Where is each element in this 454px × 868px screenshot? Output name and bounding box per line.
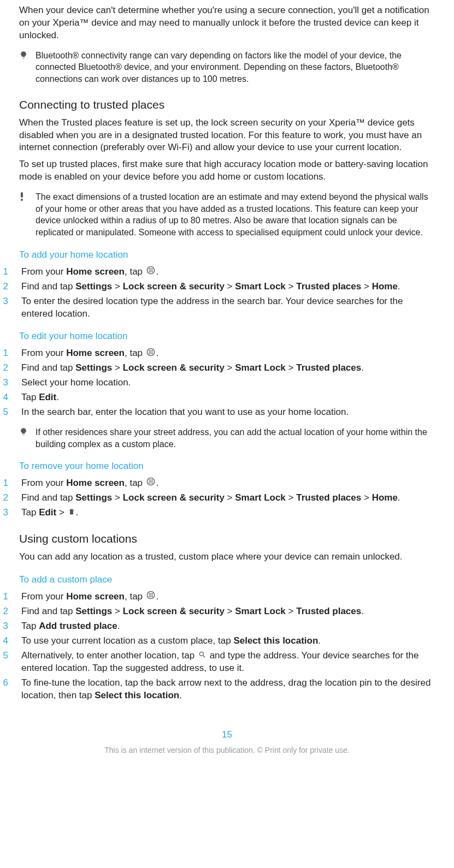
tip-icon: [19, 50, 36, 60]
svg-point-29: [25, 429, 26, 430]
svg-point-8: [150, 268, 151, 269]
warning-text: The exact dimensions of a trusted locati…: [36, 191, 435, 238]
apps-icon: [146, 591, 155, 603]
heading-add-home: To add your home location: [19, 249, 435, 260]
tip-icon: [19, 426, 36, 436]
apps-icon: [146, 266, 155, 278]
svg-point-15: [151, 271, 152, 272]
svg-point-28: [21, 429, 22, 430]
svg-rect-4: [21, 192, 23, 198]
trusted-places-p2: To set up trusted places, first make sur…: [19, 158, 435, 183]
svg-point-23: [149, 353, 150, 354]
svg-point-21: [150, 352, 151, 353]
svg-point-18: [150, 350, 151, 351]
step: From your Home screen, tap .: [8, 266, 435, 278]
svg-point-32: [150, 480, 151, 481]
steps-add-custom: From your Home screen, tap . Find and ta…: [8, 591, 435, 702]
svg-point-45: [150, 594, 151, 596]
svg-point-1: [26, 54, 26, 55]
steps-edit-home: From your Home screen, tap . Find and ta…: [8, 347, 435, 419]
svg-point-46: [151, 594, 152, 596]
svg-point-42: [150, 593, 151, 594]
svg-point-9: [151, 268, 152, 269]
warning-icon: [19, 191, 36, 201]
svg-point-20: [149, 352, 150, 353]
custom-text: You can add any location as a trusted, c…: [19, 551, 435, 563]
heading-edit-home: To edit your home location: [19, 331, 435, 342]
svg-point-31: [149, 480, 150, 481]
step: From your Home screen, tap .: [8, 477, 435, 490]
steps-add-home: From your Home screen, tap . Find and ta…: [8, 266, 435, 320]
svg-point-34: [149, 481, 150, 482]
svg-point-13: [149, 271, 150, 272]
svg-point-26: [21, 431, 21, 431]
svg-point-38: [150, 483, 151, 484]
svg-point-17: [149, 350, 150, 351]
step: Find and tap Settings > Lock screen & se…: [8, 362, 435, 374]
svg-point-35: [150, 481, 151, 482]
step: From your Home screen, tap .: [8, 347, 435, 360]
svg-point-0: [21, 54, 21, 55]
intro-text: When your device can't determine whether…: [19, 4, 435, 42]
step: To enter the desired location type the a…: [8, 295, 435, 320]
step: Find and tap Settings > Lock screen & se…: [8, 492, 435, 504]
svg-point-48: [150, 596, 151, 597]
trusted-places-p1: When the Trusted places feature is set u…: [19, 117, 435, 154]
step: In the search bar, enter the location th…: [8, 406, 435, 419]
step: To use your current location as a custom…: [8, 635, 435, 647]
svg-point-3: [25, 52, 26, 52]
step: Select your home location.: [8, 377, 435, 389]
svg-point-5: [21, 199, 23, 201]
svg-point-44: [149, 594, 150, 596]
step: Find and tap Settings > Lock screen & se…: [8, 605, 435, 618]
svg-point-11: [150, 270, 151, 271]
svg-point-41: [149, 593, 150, 594]
svg-point-49: [151, 596, 152, 597]
heading-trusted-places: Connecting to trusted places: [19, 98, 435, 111]
svg-point-50: [199, 652, 203, 656]
step: Tap Add trusted place.: [8, 620, 435, 633]
heading-remove-home: To remove your home location: [19, 461, 435, 472]
svg-point-37: [149, 483, 150, 484]
svg-point-22: [151, 352, 152, 353]
svg-point-43: [151, 593, 152, 594]
page-number: 15: [19, 729, 435, 740]
svg-point-33: [151, 480, 152, 481]
svg-point-10: [149, 270, 150, 271]
tip-residences-text: If other residences share your street ad…: [36, 426, 435, 450]
steps-remove-home: From your Home screen, tap . Find and ta…: [8, 477, 435, 519]
apps-icon: [146, 348, 155, 360]
svg-point-2: [21, 52, 22, 52]
step: From your Home screen, tap .: [8, 591, 435, 603]
svg-point-24: [150, 353, 151, 354]
svg-point-39: [151, 483, 152, 484]
step: Find and tap Settings > Lock screen & se…: [8, 281, 435, 293]
tip-residences-row: If other residences share your street ad…: [19, 426, 435, 450]
footer-text: This is an internet version of this publ…: [19, 746, 435, 765]
svg-point-12: [151, 270, 152, 271]
step: Tap Edit > .: [8, 507, 435, 519]
step: To fine-tune the location, tap the back …: [8, 677, 435, 702]
svg-point-7: [149, 268, 150, 269]
step: Tap Edit.: [8, 391, 435, 404]
apps-icon: [146, 477, 155, 490]
svg-point-27: [26, 431, 26, 431]
svg-point-14: [150, 271, 151, 272]
heading-add-custom: To add a custom place: [19, 574, 435, 585]
svg-point-25: [151, 353, 152, 354]
heading-custom: Using custom locations: [19, 532, 435, 545]
page-content: When your device can't determine whether…: [0, 4, 454, 776]
warning-row: The exact dimensions of a trusted locati…: [19, 191, 435, 238]
tip-bluetooth-row: Bluetooth® connectivity range can vary d…: [19, 50, 435, 85]
svg-point-19: [151, 350, 152, 351]
search-icon: [198, 650, 206, 662]
trash-icon: [68, 507, 75, 519]
svg-point-36: [151, 481, 152, 482]
svg-point-47: [149, 596, 150, 597]
step: Alternatively, to enter another location…: [8, 650, 435, 675]
svg-line-51: [203, 656, 205, 658]
tip-bluetooth-text: Bluetooth® connectivity range can vary d…: [36, 50, 435, 85]
